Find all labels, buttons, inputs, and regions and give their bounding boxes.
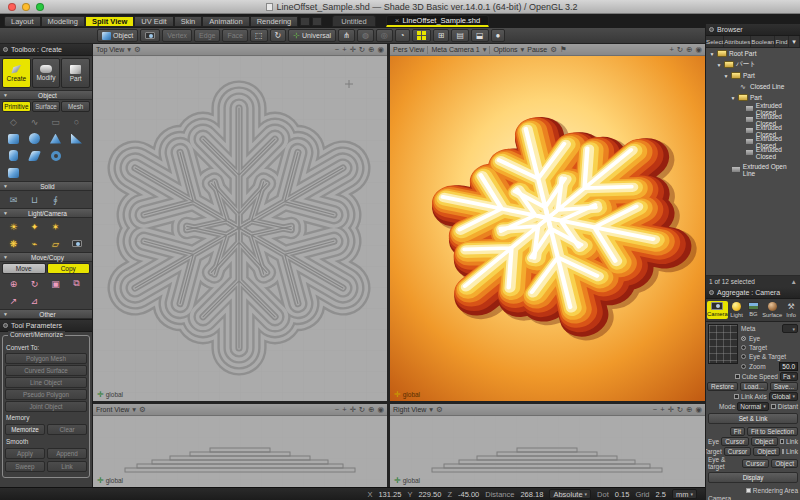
vertex-mode-button[interactable]: Vertex	[162, 29, 192, 42]
save-button[interactable]: Save...	[770, 382, 798, 391]
eye-button[interactable]: ◉	[377, 45, 384, 54]
load-button[interactable]: Load...	[740, 382, 768, 391]
rendering-area-checkbox[interactable]	[746, 488, 751, 493]
spot-light-button[interactable]: ✦	[24, 219, 45, 234]
convert-curved-surface-button[interactable]: Curved Surface	[5, 365, 87, 376]
eye-target-cursor-button[interactable]: Cursor	[742, 459, 770, 468]
convert-joint-object-button[interactable]: Joint Object	[5, 401, 87, 412]
gear-icon[interactable]: ⚙	[134, 45, 141, 54]
tab-info[interactable]: ⚒Info	[783, 301, 799, 319]
skeleton-tool-button[interactable]: ⋔	[338, 29, 355, 42]
target-cursor-button[interactable]: Cursor	[724, 447, 752, 456]
tab-attributes[interactable]: Attributes	[724, 36, 751, 47]
gear-icon[interactable]: ⚙	[550, 45, 557, 54]
tab-uv-edit[interactable]: UV Edit	[134, 16, 173, 27]
panel-close-icon[interactable]	[709, 27, 714, 32]
workspace-toggle-button[interactable]	[300, 17, 310, 26]
append-button[interactable]: Append	[47, 448, 87, 459]
eye-button[interactable]: ◉	[695, 405, 702, 414]
zoom-tool-button[interactable]: ⊕	[368, 405, 374, 414]
point-light-button[interactable]: ☀	[3, 219, 24, 234]
zoom-in-button[interactable]: +	[342, 405, 346, 414]
rotate-tool-button[interactable]: ↻	[24, 276, 45, 291]
rotate-view-button[interactable]: ↻	[359, 405, 365, 414]
disclosure-triangle[interactable]: ▼	[730, 95, 736, 101]
top-view-canvas[interactable]: ✛global	[93, 56, 387, 401]
tab-layout[interactable]: Layout	[4, 16, 41, 27]
zoom-window-button[interactable]	[36, 3, 44, 11]
tab-camera[interactable]: Camera	[707, 301, 728, 319]
tab-skin[interactable]: Skin	[174, 16, 203, 27]
cube-speed-select[interactable]: Fa▾	[780, 372, 798, 381]
move-copy-section-bar[interactable]: ▼Move/Copy	[0, 252, 92, 262]
stack-tool-button[interactable]: ⧉	[66, 276, 87, 291]
front-view-canvas[interactable]: ✛global	[93, 416, 387, 487]
tree-item-root-part[interactable]: ▼Root Part	[706, 48, 800, 59]
display-section-bar[interactable]: Display	[708, 472, 798, 483]
apply-button[interactable]: Apply	[5, 448, 45, 459]
zoom-value-field[interactable]: 50.0	[779, 362, 798, 371]
eye-link-checkbox[interactable]	[780, 439, 785, 444]
tab-select[interactable]: Select	[706, 36, 724, 47]
envelope-solid-button[interactable]: ✉	[3, 192, 24, 207]
tab-boolean[interactable]: Boolean	[751, 36, 775, 47]
edge-mode-button[interactable]: Edge	[194, 29, 220, 42]
oblique-primitive-button[interactable]	[24, 148, 45, 163]
pers-view-canvas[interactable]: ✛global	[390, 56, 705, 401]
tab-surface[interactable]: Surface	[762, 301, 782, 319]
close-tab-icon[interactable]: ×	[395, 16, 400, 25]
distant-checkbox[interactable]	[771, 404, 776, 409]
render-preview-button[interactable]: ●	[491, 29, 506, 42]
link-axis-select[interactable]: Global▾	[769, 392, 798, 401]
sweep-button[interactable]: Sweep	[5, 461, 45, 472]
shear-tool-button[interactable]: ↗	[3, 293, 24, 308]
zoom-tool-button[interactable]: ⊕	[686, 45, 692, 54]
tab-mesh[interactable]: Mesh	[61, 101, 90, 112]
eye-radio-row[interactable]: Eye	[741, 335, 798, 342]
zoom-out-button[interactable]: −	[335, 45, 339, 54]
target-radio-row[interactable]: Target	[741, 344, 798, 351]
rotate-view-button[interactable]: ↻	[677, 405, 683, 414]
rotate-view-button[interactable]: ↻	[359, 45, 365, 54]
target-radio[interactable]	[741, 345, 746, 350]
disclosure-triangle[interactable]: ▼	[723, 73, 729, 79]
tab-bg[interactable]: BG	[745, 301, 761, 319]
tab-find[interactable]: Find	[775, 36, 789, 47]
unit-select[interactable]: mm▾	[672, 489, 697, 499]
zoom-out-button[interactable]: −	[335, 405, 339, 414]
clear-button[interactable]: Clear	[47, 424, 87, 435]
move-button[interactable]: Move	[2, 263, 46, 274]
tree-item-closed-line[interactable]: ∿Closed Line	[706, 81, 800, 92]
bulb-tool-button[interactable]: ◎	[376, 29, 393, 42]
object-section-bar[interactable]: ▼Object	[0, 90, 92, 100]
solid-section-bar[interactable]: ▼Solid	[0, 181, 92, 191]
mode-select[interactable]: Normal▾	[737, 402, 768, 411]
split-view-layout-button[interactable]	[412, 29, 431, 42]
tree-item-extruded-open-line[interactable]: Extruded Open Line	[706, 164, 800, 175]
tab-animation[interactable]: Animation	[202, 16, 249, 27]
camera-create-button[interactable]	[66, 236, 87, 251]
tab-surface[interactable]: Surface	[32, 101, 61, 112]
link-axis-checkbox[interactable]	[734, 394, 739, 399]
other-section-bar[interactable]: ▼Other	[0, 309, 92, 319]
lock-icon[interactable]: ▲	[791, 278, 797, 285]
create-button[interactable]: Create	[2, 58, 31, 88]
tree-item-part-jp[interactable]: ▼パート	[706, 59, 800, 70]
zoom-radio-row[interactable]: Zoom50.0	[741, 362, 798, 371]
pers-viewport[interactable]: Pers View Meta Camera 1 ▾ Options ▾ Paus…	[390, 44, 705, 401]
boolean-solid-button[interactable]: ⊔	[24, 192, 45, 207]
fit-to-selection-button[interactable]: Fit to Selection	[747, 427, 798, 436]
eye-cursor-button[interactable]: Cursor	[721, 437, 749, 446]
eye-object-button[interactable]: Object	[751, 437, 778, 446]
distant-light-button[interactable]: ✶	[45, 219, 66, 234]
polyline-tool-button[interactable]: ◇	[3, 114, 24, 129]
tree-item-part[interactable]: ▼Part	[706, 70, 800, 81]
pause-button[interactable]: Pause	[527, 46, 547, 53]
wedge-primitive-button[interactable]	[66, 131, 87, 146]
pan-button[interactable]: ✛	[668, 405, 674, 414]
tab-modeling[interactable]: Modeling	[41, 16, 85, 27]
circle-tool-button[interactable]: ○	[66, 114, 87, 129]
tab-split-view[interactable]: Split View	[85, 16, 134, 27]
rotate-select-button[interactable]: ↻	[270, 29, 287, 42]
disclosure-triangle[interactable]: ▼	[716, 62, 722, 68]
